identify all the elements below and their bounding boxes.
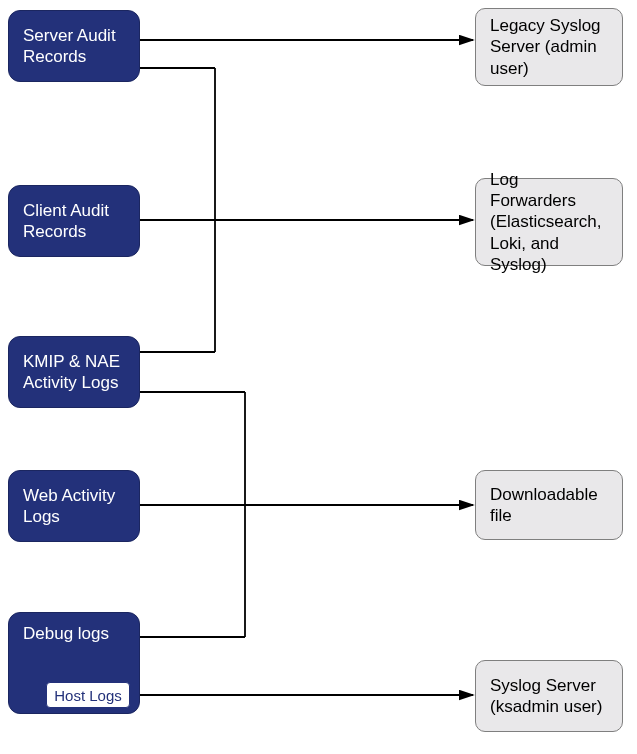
source-label: Host Logs: [54, 687, 122, 704]
source-label: Debug logs: [23, 623, 109, 644]
dest-label: Downloadable file: [490, 484, 608, 527]
source-host-logs: Host Logs: [46, 682, 130, 708]
dest-label: Log Forwarders (Elasticsearch, Loki, and…: [490, 169, 608, 275]
diagram-canvas: Server Audit Records Client Audit Record…: [0, 0, 637, 754]
source-label: Server Audit Records: [23, 25, 125, 68]
dest-syslog-server: Syslog Server (ksadmin user): [475, 660, 623, 732]
dest-log-forwarders: Log Forwarders (Elasticsearch, Loki, and…: [475, 178, 623, 266]
source-label: KMIP & NAE Activity Logs: [23, 351, 125, 394]
dest-label: Syslog Server (ksadmin user): [490, 675, 608, 718]
dest-downloadable-file: Downloadable file: [475, 470, 623, 540]
dest-label: Legacy Syslog Server (admin user): [490, 15, 608, 79]
source-web-activity: Web Activity Logs: [8, 470, 140, 542]
source-kmip-nae: KMIP & NAE Activity Logs: [8, 336, 140, 408]
source-label: Web Activity Logs: [23, 485, 125, 528]
source-label: Client Audit Records: [23, 200, 125, 243]
source-client-audit: Client Audit Records: [8, 185, 140, 257]
source-server-audit: Server Audit Records: [8, 10, 140, 82]
dest-legacy-syslog: Legacy Syslog Server (admin user): [475, 8, 623, 86]
